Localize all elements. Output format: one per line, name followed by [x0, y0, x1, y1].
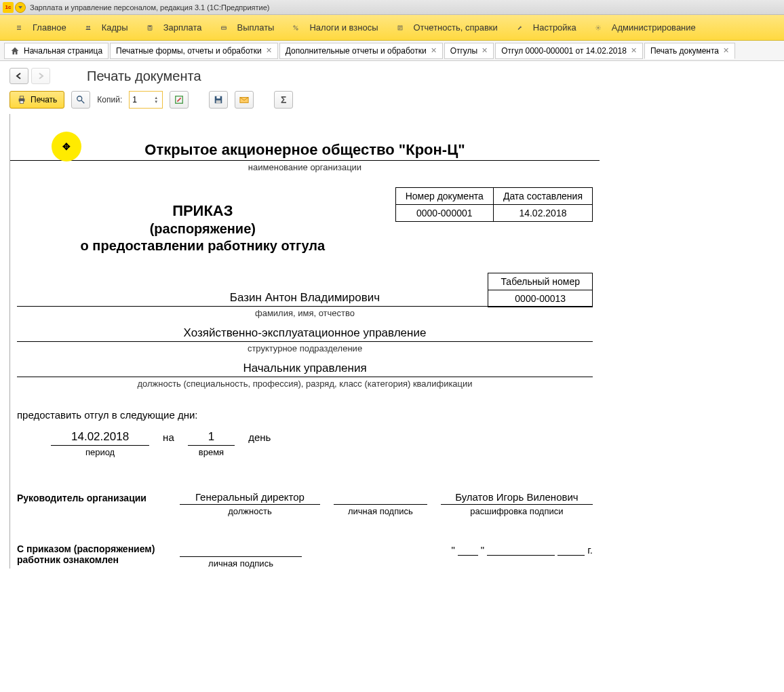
copies-input[interactable]: ▲ ▼	[129, 91, 163, 109]
menu-nalogi[interactable]: Налоги и взносы	[283, 15, 387, 40]
period-date: 14.02.2018	[51, 430, 149, 446]
doc-header-table-wrap: Номер документа Дата составления 0000-00…	[395, 187, 600, 222]
period-days-sub: время	[188, 447, 235, 457]
tabs-bar: Начальная страница Печатные формы, отчет…	[0, 41, 784, 61]
ack-row: С приказом (распоряжением) работник озна…	[10, 543, 600, 569]
sigma-icon: Σ	[281, 94, 286, 105]
ack-label-2: работник ознакомлен	[17, 554, 166, 565]
menu-label: Отчетность, справки	[414, 22, 498, 33]
tab-additional[interactable]: Дополнительные отчеты и обработки ✕	[279, 43, 443, 59]
org-sub: наименование организации	[10, 162, 600, 172]
back-button[interactable]	[9, 68, 28, 84]
tab-label: Дополнительные отчеты и обработки	[286, 46, 427, 56]
close-icon[interactable]: ✕	[723, 46, 729, 55]
printer-icon	[17, 95, 26, 104]
main-menu: Главное Кадры Зарплата Выплаты Налоги и …	[0, 15, 784, 41]
period-days: 1	[188, 430, 235, 446]
wrench-icon	[517, 22, 528, 33]
menu-otchetnost[interactable]: Отчетность, справки	[388, 15, 507, 40]
sign-row: Руководитель организации Генеральный дир…	[10, 491, 600, 516]
edit-button[interactable]	[170, 91, 189, 109]
print-button[interactable]: Печать	[9, 91, 64, 109]
calculator-icon	[147, 22, 158, 33]
tab-label: Отгул 0000-000001 от 14.02.2018	[501, 46, 627, 56]
spinner: ▲ ▼	[153, 96, 159, 104]
menu-admin[interactable]: Администрирование	[586, 15, 705, 40]
menu-label: Зарплата	[163, 22, 202, 33]
svg-rect-11	[221, 27, 226, 28]
menu-label: Налоги и взносы	[309, 22, 378, 33]
save-button[interactable]	[209, 91, 228, 109]
tabno-label: Табельный номер	[488, 273, 593, 290]
tabno-table: Табельный номер 0000-00013	[488, 273, 593, 307]
svg-rect-23	[216, 100, 221, 103]
svg-point-8	[149, 28, 150, 29]
home-icon	[10, 46, 20, 56]
sign-name-sub: расшифровка подписи	[441, 506, 593, 516]
menu-main[interactable]: Главное	[7, 15, 76, 40]
menu-nastroika[interactable]: Настройка	[507, 15, 586, 40]
tab-otguly[interactable]: Отгулы ✕	[444, 43, 494, 59]
window-titlebar: 1c Зарплата и управление персоналом, ред…	[0, 0, 784, 15]
tab-forms[interactable]: Печатные формы, отчеты и обработки ✕	[110, 43, 278, 59]
position-val: Начальник управления	[17, 362, 593, 377]
menu-label: Главное	[33, 22, 66, 33]
report-icon	[397, 22, 408, 33]
sign-label: Руководитель организации	[17, 491, 166, 503]
sum-button[interactable]: Σ	[274, 91, 293, 109]
menu-vyplaty[interactable]: Выплаты	[212, 15, 284, 40]
forward-button[interactable]	[31, 68, 50, 84]
tab-print-doc[interactable]: Печать документа ✕	[644, 43, 735, 59]
menu-zarplata[interactable]: Зарплата	[138, 15, 212, 40]
doc-header-table: Номер документа Дата составления 0000-00…	[395, 187, 593, 222]
floppy-icon	[214, 95, 223, 104]
svg-point-19	[77, 96, 82, 101]
toolbar: Печать Копий: ▲ ▼ Σ	[0, 87, 784, 114]
fio-sub: фамилия, имя, отчество	[17, 308, 593, 318]
ack-date: " " г.	[452, 543, 593, 556]
period-row: 14.02.2018 период на 1 время день	[10, 430, 600, 457]
preview-button[interactable]	[71, 91, 90, 109]
svg-rect-18	[20, 101, 23, 104]
sign-signature	[334, 491, 427, 505]
ack-sign-line	[180, 543, 302, 557]
close-icon[interactable]: ✕	[631, 46, 637, 55]
sign-position: Генеральный директор	[180, 491, 320, 505]
document: Открытое акционерное общество "Крон-Ц" н…	[9, 114, 600, 569]
menu-icon	[16, 22, 27, 33]
svg-point-0	[86, 26, 88, 28]
app-dropdown-icon[interactable]	[15, 2, 26, 13]
body-text: предоставить отгул в следующие дни:	[10, 409, 600, 421]
percent-icon	[293, 22, 304, 33]
dept-sub: структурное подразделение	[17, 343, 593, 353]
ack-day-blank	[458, 543, 478, 556]
ack-q1: "	[452, 544, 455, 556]
spinner-down-icon[interactable]: ▼	[153, 100, 159, 104]
nav-row: Печать документа	[0, 61, 784, 87]
header-col2-label: Дата составления	[493, 188, 592, 205]
close-icon[interactable]: ✕	[482, 46, 488, 55]
tab-label: Печать документа	[650, 46, 719, 56]
sign-position-sub: должность	[180, 506, 320, 516]
header-col1-val: 0000-000001	[395, 205, 493, 222]
svg-point-9	[151, 28, 151, 29]
close-icon[interactable]: ✕	[431, 46, 437, 55]
ack-label-1: С приказом (распоряжением)	[17, 543, 166, 554]
tab-otgul-doc[interactable]: Отгул 0000-000001 от 14.02.2018 ✕	[495, 43, 643, 59]
svg-point-5	[149, 28, 150, 28]
page-title: Печать документа	[87, 69, 201, 84]
tab-home[interactable]: Начальная страница	[4, 43, 109, 59]
envelope-icon	[239, 95, 249, 104]
mail-button[interactable]	[235, 91, 254, 109]
prikaz-title: ПРИКАЗ	[10, 202, 395, 220]
menu-label: Выплаты	[237, 22, 275, 33]
ack-sign-sub: личная подпись	[180, 558, 302, 569]
arrow-right-icon	[37, 72, 45, 80]
close-icon[interactable]: ✕	[266, 46, 272, 55]
tab-label: Печатные формы, отчеты и обработки	[116, 46, 262, 56]
menu-kadry[interactable]: Кадры	[76, 15, 138, 40]
copies-field[interactable]	[132, 95, 153, 104]
wallet-icon	[221, 22, 232, 33]
window-title: Зарплата и управление персоналом, редакц…	[30, 3, 269, 12]
ack-label: С приказом (распоряжением) работник озна…	[17, 543, 166, 565]
